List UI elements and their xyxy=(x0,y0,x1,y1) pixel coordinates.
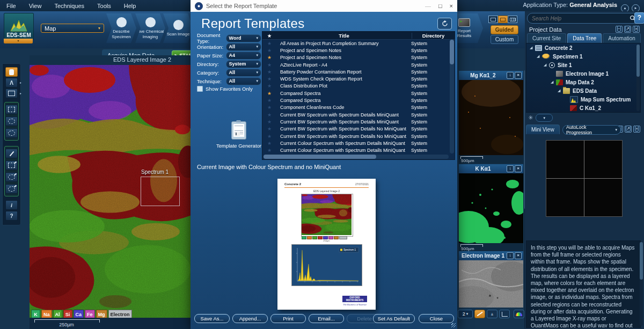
filter-dropdown[interactable]: All ▾ xyxy=(226,43,261,51)
favorite-star-icon[interactable]: ★ xyxy=(262,48,276,53)
template-row[interactable]: ★ Compared Spectra System xyxy=(262,97,450,104)
favorite-star-icon[interactable]: ★ xyxy=(262,112,276,118)
electron-image-thumb[interactable] xyxy=(459,260,523,308)
menu-item[interactable]: View xyxy=(23,3,48,9)
notes-scrollbar[interactable] xyxy=(640,242,643,326)
template-row[interactable]: ★ Battery Powder Contamination Report Sy… xyxy=(262,68,450,75)
minimize-icon[interactable]: — xyxy=(425,3,431,9)
dialog-button[interactable]: Set As Default xyxy=(373,314,415,323)
favorite-star-icon[interactable]: ★ xyxy=(262,105,276,110)
tree-item[interactable]: ◢ Concrete 2 xyxy=(526,43,640,52)
tree-item[interactable]: ◢ Site 1 xyxy=(526,61,640,69)
template-row[interactable]: ★ Component Cleanliness Code System xyxy=(262,104,450,111)
project-data-tab[interactable]: Current Site xyxy=(527,33,566,43)
template-row[interactable]: ★ Current BW Spectrum with Spectrum Deta… xyxy=(262,118,450,125)
layout-single-button[interactable] xyxy=(488,16,498,23)
next-panel-button[interactable]: ▸ xyxy=(632,2,640,12)
tool-button[interactable] xyxy=(5,211,18,221)
layout-dual-button[interactable] xyxy=(498,16,508,23)
close-icon[interactable]: × xyxy=(515,252,522,259)
tool-button[interactable] xyxy=(5,200,18,210)
resize-grip[interactable] xyxy=(451,323,456,327)
tree-item[interactable]: ◢ Electron Image 1 xyxy=(526,69,640,78)
close-icon[interactable]: × xyxy=(515,165,522,172)
filter-dropdown[interactable]: All ▾ xyxy=(226,69,261,77)
custom-mode-button[interactable]: Custom xyxy=(491,35,518,44)
gear-icon[interactable]: ✳ xyxy=(528,114,533,121)
tool-button[interactable] xyxy=(5,116,18,126)
k-map-image[interactable] xyxy=(459,173,523,243)
filter-dropdown[interactable]: A4 ▾ xyxy=(226,52,261,60)
popout-icon[interactable]: ↗ xyxy=(625,126,632,133)
table-vertical-scrollbar[interactable] xyxy=(450,40,454,153)
tool-button[interactable] xyxy=(5,160,18,170)
layout-triple-button[interactable] xyxy=(508,16,517,23)
map-mode-dropdown[interactable]: Map ▾ xyxy=(41,24,104,33)
tree-expander-icon[interactable]: ◢ xyxy=(544,63,548,67)
mg-map-image[interactable] xyxy=(459,80,523,155)
tool-button[interactable] xyxy=(5,105,18,114)
favorite-column-icon[interactable]: ★ xyxy=(262,33,276,39)
export-icon[interactable]: ↓ xyxy=(507,165,514,172)
tree-item[interactable]: ◢ EDS Data xyxy=(526,86,640,95)
template-row[interactable]: ★ Current BW Spectrum with Spectrum Deta… xyxy=(262,111,450,118)
tree-item[interactable]: ◢ Specimen 1 xyxy=(526,52,640,61)
close-icon[interactable]: × xyxy=(515,72,522,79)
autoscale-button[interactable] xyxy=(474,310,485,318)
mini-view-mode-dropdown[interactable]: AutoLock Progression ▾ xyxy=(562,125,621,135)
show-favorites-checkbox[interactable] xyxy=(197,86,203,92)
template-row[interactable]: ★ All Areas in Project Run Completion Su… xyxy=(262,40,450,47)
favorite-star-icon[interactable]: ★ xyxy=(262,41,276,46)
table-horizontal-scrollbar[interactable] xyxy=(264,155,449,159)
popout-icon[interactable]: ↗ xyxy=(624,26,631,33)
filter-dropdown[interactable]: System ▾ xyxy=(226,60,261,68)
dialog-button[interactable]: Append... xyxy=(232,314,268,323)
dialog-titlebar[interactable]: Select the Report Template — □ × xyxy=(191,0,457,12)
title-column-header[interactable]: Title xyxy=(276,33,412,39)
template-row[interactable]: ★ Class Distribution Plot System xyxy=(262,83,450,90)
favorite-star-icon[interactable]: ★ xyxy=(262,119,276,125)
guided-mode-button[interactable]: Guided xyxy=(491,25,518,34)
search-input[interactable] xyxy=(531,15,630,22)
menu-item[interactable]: File xyxy=(0,3,23,9)
brightness-contrast-button[interactable]: ± xyxy=(487,310,497,318)
favorite-star-icon[interactable]: ★ xyxy=(262,148,276,153)
tool-button[interactable] xyxy=(5,149,18,158)
close-icon[interactable]: × xyxy=(450,3,453,9)
refresh-button[interactable] xyxy=(437,18,452,30)
tool-button[interactable] xyxy=(5,67,18,77)
template-row[interactable]: ★ WDS System Check Operation Report Syst… xyxy=(262,75,450,82)
favorite-star-icon[interactable]: ★ xyxy=(262,83,276,89)
favorite-star-icon[interactable]: ★ xyxy=(262,126,276,131)
template-row[interactable]: ★ Project and Specimen Notes System xyxy=(262,47,450,54)
template-row[interactable]: ★ Current BW Spectrum with Spectrum Deta… xyxy=(262,133,450,140)
eds-sem-logo[interactable]: EDS-SEM xyxy=(4,13,34,40)
help-button[interactable]: ? xyxy=(634,12,644,24)
tool-button[interactable] xyxy=(5,184,18,194)
favorite-star-icon[interactable]: ★ xyxy=(262,76,276,82)
favorite-star-icon[interactable]: ★ xyxy=(262,55,276,60)
tree-item[interactable]: ◢ C Kα1_2 xyxy=(526,104,640,112)
tool-button[interactable] xyxy=(5,89,18,98)
tree-options-dropdown[interactable]: ▾ xyxy=(536,114,553,122)
tree-item[interactable]: ◢ Map Data 2 xyxy=(526,78,640,86)
layer-count-dropdown[interactable]: 2▾ xyxy=(458,310,473,318)
export-icon[interactable]: ↓ xyxy=(507,252,514,259)
menu-item[interactable]: Tools xyxy=(91,3,118,9)
tree-expander-icon[interactable]: ◢ xyxy=(558,89,562,93)
tool-button[interactable] xyxy=(5,172,18,182)
favorite-star-icon[interactable]: ★ xyxy=(262,134,276,139)
tree-expander-icon[interactable]: ◢ xyxy=(537,54,541,59)
template-row[interactable]: ★ Current Colour Spectrum with Spectrum … xyxy=(262,147,450,153)
tree-scrollbar[interactable] xyxy=(636,45,640,111)
favorite-star-icon[interactable]: ★ xyxy=(262,62,276,68)
maximize-icon[interactable]: □ xyxy=(438,3,442,9)
tool-button[interactable] xyxy=(5,78,18,87)
menu-item[interactable]: Techniques xyxy=(48,3,91,9)
collapse-panel-button[interactable]: ▴ xyxy=(621,2,629,12)
tool-button[interactable] xyxy=(5,128,18,138)
favorite-star-icon[interactable]: ★ xyxy=(262,69,276,75)
tree-expander-icon[interactable]: ◢ xyxy=(551,80,555,84)
export-icon[interactable]: ↓ xyxy=(507,72,514,79)
favorite-star-icon[interactable]: ★ xyxy=(262,141,276,146)
